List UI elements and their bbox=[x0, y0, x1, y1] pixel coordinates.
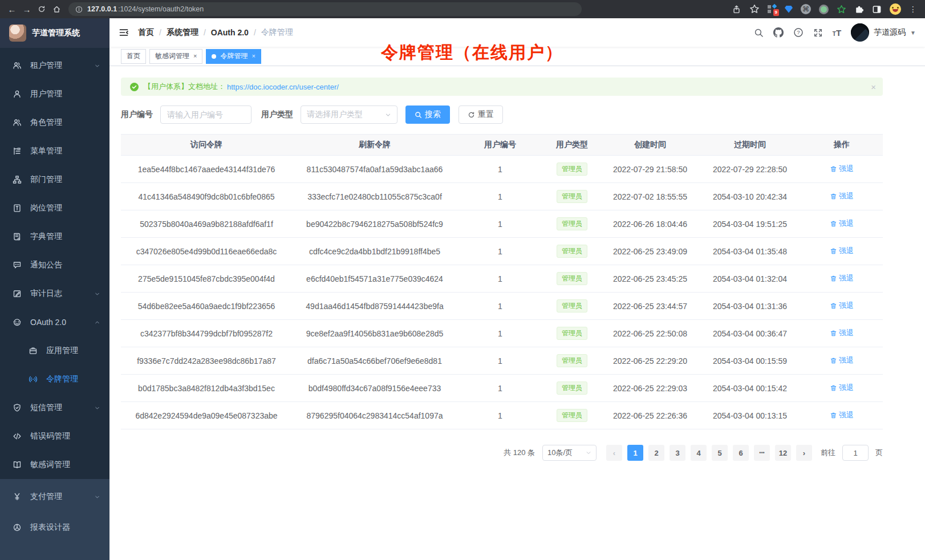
force-logout-button[interactable]: 强退 bbox=[830, 191, 854, 201]
created-time-cell: 2022-06-25 23:44:57 bbox=[601, 293, 699, 320]
help-icon[interactable]: ? bbox=[793, 27, 804, 38]
tab-3[interactable]: 令牌管理× bbox=[206, 49, 261, 64]
puzzle-icon[interactable] bbox=[854, 5, 864, 14]
record-icon[interactable] bbox=[819, 5, 829, 14]
user-menu[interactable]: 芋道源码 ▼ bbox=[851, 23, 916, 42]
page-button-4[interactable]: 4 bbox=[691, 445, 707, 461]
sidebar-item-13[interactable]: 短信管理 bbox=[0, 393, 109, 422]
expire-time-cell: 2054-03-04 00:15:59 bbox=[699, 347, 801, 375]
close-icon[interactable]: × bbox=[871, 82, 876, 92]
extensions-icon[interactable]: 9 bbox=[768, 5, 777, 14]
action-cell: 强退 bbox=[801, 265, 883, 293]
alert-text: 【用户体系】文档地址： bbox=[144, 82, 225, 92]
sidebar-item-3[interactable]: 角色管理 bbox=[0, 108, 109, 137]
close-icon[interactable]: × bbox=[251, 53, 255, 59]
sidebar-item-label: 令牌管理 bbox=[46, 374, 78, 384]
reset-button[interactable]: 重置 bbox=[459, 105, 503, 124]
browser-back-icon[interactable]: ← bbox=[5, 2, 19, 17]
panel-icon[interactable] bbox=[872, 5, 882, 14]
gem-icon[interactable] bbox=[785, 6, 793, 13]
search-button[interactable]: 搜索 bbox=[405, 105, 450, 124]
page-button-5[interactable]: 5 bbox=[712, 445, 728, 461]
user-id-input[interactable] bbox=[167, 110, 245, 119]
browser-reload-icon[interactable] bbox=[34, 2, 49, 17]
created-time-cell: 2022-06-25 22:50:08 bbox=[601, 320, 699, 347]
search-icon[interactable] bbox=[754, 28, 764, 38]
sidebar-item-8[interactable]: 通知公告 bbox=[0, 251, 109, 279]
breadcrumb-item[interactable]: 系统管理 bbox=[167, 27, 198, 38]
main-area: 首页/系统管理/OAuth 2.0/令牌管理 ?TT 芋道源码 ▼ 首页敏感词管… bbox=[109, 18, 925, 560]
share-icon[interactable] bbox=[732, 5, 741, 14]
force-logout-button[interactable]: 强退 bbox=[830, 164, 854, 174]
tab-2[interactable]: 敏感词管理× bbox=[149, 49, 202, 64]
force-logout-button[interactable]: 强退 bbox=[830, 410, 854, 420]
refresh-token-cell: e6cfd40eb1f54571a31e775e039c4624 bbox=[292, 265, 457, 293]
github-icon[interactable] bbox=[773, 27, 784, 38]
page-button-12[interactable]: 12 bbox=[775, 445, 791, 461]
user-type-badge: 管理员 bbox=[557, 163, 587, 175]
table-row: 54d6be82ee5a460a9aedc1f9bf22365649d1aa46… bbox=[121, 293, 883, 320]
column-header: 过期时间 bbox=[699, 135, 801, 156]
user-id-cell: 1 bbox=[457, 238, 543, 265]
page-button-1[interactable]: 1 bbox=[627, 445, 643, 461]
sidebar-collapse-icon[interactable] bbox=[119, 27, 129, 38]
page-button-6[interactable]: 6 bbox=[733, 445, 749, 461]
force-logout-button[interactable]: 强退 bbox=[830, 328, 854, 338]
sidebar-item-14[interactable]: 错误码管理 bbox=[0, 422, 109, 451]
force-logout-button[interactable]: 强退 bbox=[830, 383, 854, 393]
force-logout-button[interactable]: 强退 bbox=[830, 301, 854, 311]
command-icon[interactable]: ⌘ bbox=[801, 4, 811, 14]
browser-home-icon[interactable] bbox=[49, 2, 64, 17]
text-size-icon[interactable]: TT bbox=[833, 29, 841, 37]
force-logout-button[interactable]: 强退 bbox=[830, 355, 854, 366]
table-row: c347026e805e4d99b0d116eae66eda8ccdfc4ce9… bbox=[121, 238, 883, 265]
sidebar-item-16[interactable]: 支付管理 bbox=[0, 481, 109, 512]
created-time-cell: 2022-07-29 21:58:50 bbox=[601, 156, 699, 183]
token-table: 访问令牌刷新令牌用户编号用户类型创建时间过期时间操作 1ea5e44f8bc14… bbox=[121, 134, 883, 429]
force-logout-label: 强退 bbox=[839, 164, 854, 174]
browser-url-bar[interactable]: 127.0.0.1 :1024/system/oauth2/token bbox=[68, 2, 582, 16]
sidebar-item-10[interactable]: OAuth 2.0 bbox=[0, 308, 109, 336]
page-button-2[interactable]: 2 bbox=[648, 445, 664, 461]
tab-1[interactable]: 首页 bbox=[121, 49, 146, 64]
chevron-up-icon bbox=[94, 319, 100, 326]
sidebar-item-15[interactable]: 敏感词管理 bbox=[0, 451, 109, 479]
sidebar-item-9[interactable]: 审计日志 bbox=[0, 279, 109, 308]
goto-page-input[interactable] bbox=[842, 445, 869, 461]
browser-forward-icon[interactable]: → bbox=[19, 2, 34, 17]
sidebar-item-1[interactable]: 租户管理 bbox=[0, 51, 109, 80]
page-button-3[interactable]: 3 bbox=[670, 445, 685, 461]
prev-page-button[interactable]: ‹ bbox=[606, 445, 622, 461]
sidebar-item-7[interactable]: 字典管理 bbox=[0, 222, 109, 251]
expire-time-cell: 2054-03-04 00:13:15 bbox=[699, 402, 801, 429]
chevron-down-icon bbox=[94, 291, 100, 297]
sidebar-item-5[interactable]: 部门管理 bbox=[0, 165, 109, 194]
star-icon[interactable] bbox=[749, 4, 760, 14]
force-logout-label: 强退 bbox=[839, 301, 854, 311]
sidebar-item-2[interactable]: 用户管理 bbox=[0, 80, 109, 108]
star-green-icon[interactable] bbox=[837, 5, 846, 14]
force-logout-button[interactable]: 强退 bbox=[830, 273, 854, 283]
sidebar-item-11[interactable]: 应用管理 bbox=[0, 336, 109, 365]
app-logo[interactable]: 芋道管理系统 bbox=[0, 18, 109, 48]
emoji-icon[interactable] bbox=[890, 3, 901, 15]
user-type-select[interactable]: 请选择用户类型 bbox=[301, 105, 397, 124]
menu-dots-icon[interactable]: ⋮ bbox=[909, 5, 917, 14]
sidebar-item-6[interactable]: 岗位管理 bbox=[0, 194, 109, 222]
force-logout-label: 强退 bbox=[839, 273, 854, 283]
fullscreen-icon[interactable] bbox=[813, 28, 823, 38]
close-icon[interactable]: × bbox=[193, 53, 197, 59]
breadcrumb-item[interactable]: 首页 bbox=[138, 27, 154, 38]
breadcrumb-item[interactable]: OAuth 2.0 bbox=[211, 28, 249, 37]
page-size-select[interactable]: 10条/页 bbox=[542, 445, 597, 461]
chevron-down-icon: ▼ bbox=[910, 30, 916, 36]
force-logout-button[interactable]: 强退 bbox=[830, 218, 854, 229]
site-info-icon[interactable] bbox=[75, 6, 83, 13]
sidebar-item-17[interactable]: 报表设计器 bbox=[0, 512, 109, 543]
next-page-button[interactable]: › bbox=[796, 445, 812, 461]
sidebar-item-4[interactable]: 菜单管理 bbox=[0, 137, 109, 165]
expire-time-cell: 2054-03-04 01:35:48 bbox=[699, 238, 801, 265]
sidebar-item-12[interactable]: 令牌管理 bbox=[0, 365, 109, 393]
force-logout-button[interactable]: 强退 bbox=[830, 246, 854, 256]
doc-link[interactable]: https://doc.iocoder.cn/user-center/ bbox=[227, 83, 339, 91]
